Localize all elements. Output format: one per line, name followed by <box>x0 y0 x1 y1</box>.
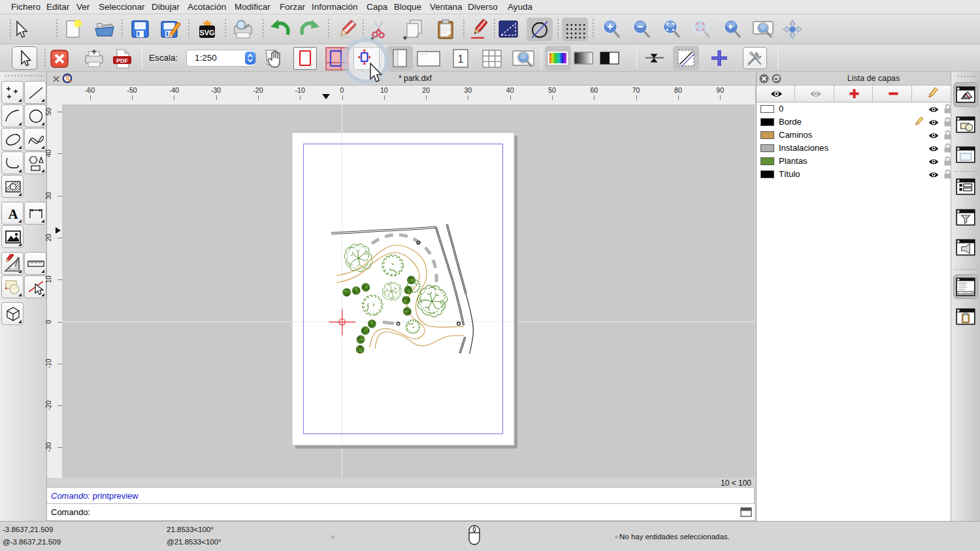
svg-text:SVG: SVG <box>199 29 214 37</box>
svg-text:1: 1 <box>458 54 464 65</box>
svg-text:PDF: PDF <box>116 57 129 64</box>
svg-text:c command: c command <box>959 292 972 294</box>
svg-text:A: A <box>8 206 18 222</box>
